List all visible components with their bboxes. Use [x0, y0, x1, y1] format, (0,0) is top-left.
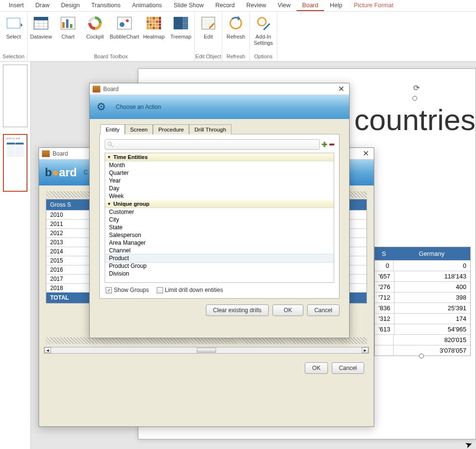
entity-item[interactable]: Week: [105, 192, 334, 200]
clear-drills-button[interactable]: Clear existing drills: [206, 304, 269, 316]
entity-item[interactable]: Channel: [105, 247, 334, 254]
ribbon-group-options: Add-In Settings Options: [250, 12, 277, 61]
ok-button[interactable]: OK: [305, 362, 327, 374]
entity-item[interactable]: Area Manager: [105, 239, 334, 247]
entity-item[interactable]: Customer: [105, 208, 334, 216]
bubblechart-button[interactable]: BubbleChart: [109, 13, 140, 52]
tab-drill-through[interactable]: Drill Through: [189, 124, 231, 134]
scroll-right-icon[interactable]: ►: [362, 347, 368, 353]
entity-item[interactable]: Division: [105, 270, 334, 277]
scroll-thumb[interactable]: [197, 348, 216, 353]
group-label-refresh: Refresh: [222, 52, 249, 61]
selection-handle[interactable]: [412, 96, 417, 101]
slide-thumb-2[interactable]: ntries by year: [3, 134, 27, 192]
tab-procedure[interactable]: Procedure: [153, 124, 189, 134]
table-row: '83625'391: [375, 303, 470, 313]
edit-icon: [202, 17, 215, 29]
entity-item[interactable]: Quarter: [105, 169, 334, 177]
choose-action-dialog: Board ✕ ⚙ Choose an Action Entity Screen…: [89, 83, 350, 338]
select-button[interactable]: Select: [0, 13, 27, 52]
entity-item[interactable]: Month: [105, 161, 334, 169]
[interactable]: ✕: [336, 84, 346, 93]
ok-button[interactable]: OK: [272, 304, 303, 316]
entity-list[interactable]: ▾Time EntitiesMonthQuarterYearDayWeek▾Un…: [105, 153, 334, 283]
add-icon[interactable]: ✚: [322, 141, 327, 148]
cancel-button[interactable]: Cancel: [332, 362, 364, 374]
board-app-icon: [42, 150, 50, 157]
tab-screen[interactable]: Screen: [125, 124, 153, 134]
ribbon-group-editobj: Edit Edit Object: [195, 12, 222, 61]
cancel-button[interactable]: Cancel: [307, 304, 340, 316]
hatched-strip: [46, 337, 367, 344]
dialog-titlebar[interactable]: Board ✕: [90, 83, 349, 95]
refresh-icon: [230, 17, 242, 29]
svg-point-0: [108, 142, 111, 145]
addin-settings-button[interactable]: Add-In Settings: [250, 13, 277, 52]
bubble-icon: [117, 17, 132, 29]
entity-group-header[interactable]: ▾Time Entities: [105, 153, 334, 161]
slide-thumb-1[interactable]: [3, 65, 27, 127]
table-header-germany: Germany: [393, 247, 470, 260]
close-icon[interactable]: ✕: [361, 149, 371, 158]
ribbon-tabs: Insert Draw Design Transitions Animation…: [0, 0, 476, 12]
tab-draw[interactable]: Draw: [29, 0, 55, 11]
banner-c: C: [84, 169, 88, 176]
show-groups-checkbox[interactable]: ✓Show Groups: [106, 287, 149, 293]
limit-drill-label: Limit drill down entities: [165, 287, 223, 293]
tab-record[interactable]: Record: [209, 0, 240, 11]
dialog-banner: ⚙ Choose an Action: [90, 95, 349, 119]
tab-insert[interactable]: Insert: [3, 0, 29, 11]
data-table-right: SGermany 00'657118'143'276400'712398'836…: [374, 247, 471, 356]
search-icon: [107, 141, 114, 148]
ribbon-group-refresh: Refresh Refresh: [222, 12, 250, 61]
board-app-icon: [93, 86, 100, 92]
tab-board[interactable]: Board: [297, 0, 324, 11]
table-row: '61354'965: [375, 324, 470, 334]
group-label-toolbox: Board Toolbox: [27, 52, 194, 61]
dataview-button[interactable]: Dataview: [27, 13, 54, 52]
tab-view[interactable]: View: [272, 0, 297, 11]
tab-picture-format[interactable]: Picture Format: [348, 0, 399, 11]
table-row: '712398: [375, 292, 470, 303]
tab-entity[interactable]: Entity: [100, 124, 125, 134]
table-row: '657118'143: [375, 271, 470, 281]
refresh-button[interactable]: Refresh: [222, 13, 249, 52]
entity-item[interactable]: State: [105, 224, 334, 231]
gear-icon: ⚙: [96, 101, 108, 113]
group-label-editobj: Edit Object: [195, 52, 222, 61]
search-input[interactable]: [105, 139, 320, 150]
chart-button[interactable]: Chart: [54, 13, 82, 52]
treemap-icon: [174, 17, 188, 29]
banner-text: Choose an Action: [116, 104, 161, 110]
slide-thumbnail-pane[interactable]: ntries by year: [0, 62, 31, 449]
dialog-title: Board: [53, 150, 68, 157]
tab-transitions[interactable]: Transitions: [85, 0, 126, 11]
entity-group-header[interactable]: ▾Unique group: [105, 200, 334, 208]
remove-icon[interactable]: [329, 144, 334, 145]
entity-item[interactable]: Salesperson: [105, 231, 334, 239]
rotate-handle-icon[interactable]: ⟳: [413, 83, 420, 92]
entity-item[interactable]: City: [105, 216, 334, 224]
horizontal-scrollbar[interactable]: ◄ ►: [44, 347, 369, 354]
tab-design[interactable]: Design: [55, 0, 85, 11]
tab-slideshow[interactable]: Slide Show: [168, 0, 210, 11]
entity-item[interactable]: Product: [105, 254, 334, 263]
search-field[interactable]: [114, 141, 317, 148]
tab-review[interactable]: Review: [241, 0, 272, 11]
table-row: '276400: [375, 281, 470, 292]
scroll-left-icon[interactable]: ◄: [44, 347, 51, 353]
selection-handle[interactable]: [419, 354, 424, 358]
tab-panel-entity: ✚ ▾Time EntitiesMonthQuarterYearDayWeek▾…: [99, 134, 340, 299]
show-groups-label: Show Groups: [114, 287, 149, 293]
entity-item[interactable]: Day: [105, 185, 334, 192]
tab-help[interactable]: Help: [324, 0, 348, 11]
heatmap-button[interactable]: Heatmap: [140, 13, 167, 52]
entity-item[interactable]: Year: [105, 177, 334, 185]
edit-button[interactable]: Edit: [195, 13, 222, 52]
treemap-button[interactable]: Treemap: [167, 13, 194, 52]
tab-animations[interactable]: Animations: [126, 0, 168, 11]
entity-item[interactable]: Product Group: [105, 262, 334, 270]
cockpit-button[interactable]: Cockpit: [82, 13, 109, 52]
cockpit-icon: [88, 16, 102, 30]
limit-drill-checkbox[interactable]: Limit drill down entities: [157, 287, 223, 293]
